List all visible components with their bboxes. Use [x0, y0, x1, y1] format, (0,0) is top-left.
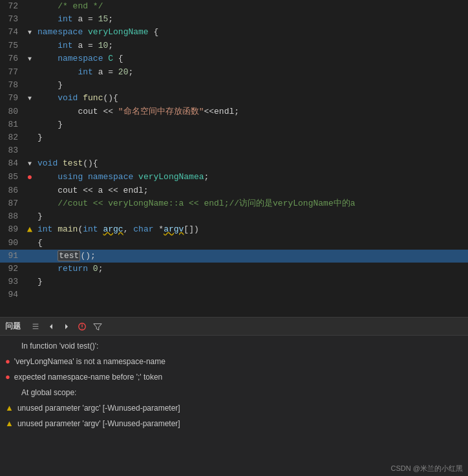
line-number: 93	[0, 276, 25, 288]
collapse-all-icon[interactable]	[30, 321, 41, 332]
line-content: {	[35, 237, 468, 250]
line-number: 81	[0, 118, 25, 131]
line-gutter	[25, 197, 35, 210]
line-content: namespace C {	[35, 52, 468, 66]
line-content: int a = 15;	[35, 13, 468, 26]
fold-icon[interactable]: ▼	[28, 29, 32, 36]
line-gutter	[25, 131, 35, 144]
line-gutter	[25, 39, 35, 52]
line-content: using namespace veryLongNamea;	[35, 171, 468, 184]
fold-icon[interactable]: ▼	[28, 95, 32, 102]
line-row: 83	[0, 144, 468, 157]
line-row: 92 return 0;	[0, 263, 468, 276]
line-number: 86	[0, 184, 25, 197]
line-number: 79	[0, 92, 25, 105]
line-row: 72 /* end */	[0, 0, 468, 13]
line-gutter	[25, 263, 35, 276]
line-number: 77	[0, 66, 25, 79]
code-editor: 72 /* end */73 int a = 15;74▼namespace v…	[0, 0, 468, 317]
line-row: 76▼ namespace C {	[0, 52, 468, 66]
line-content	[35, 288, 468, 301]
line-number: 94	[0, 288, 25, 301]
warning-indicator: ▲	[27, 224, 32, 235]
line-gutter	[25, 79, 35, 92]
line-gutter	[25, 105, 35, 118]
line-gutter	[25, 288, 35, 301]
problem-text: unused parameter 'argc' [-Wunused-parame…	[17, 402, 180, 414]
problems-title: 问题	[5, 321, 21, 332]
problem-text: 'veryLongNamea' is not a namespace-name	[14, 356, 165, 367]
line-content	[35, 144, 468, 157]
line-content: int a = 20;	[35, 66, 468, 79]
problem-item[interactable]: ●'veryLongNamea' is not a namespace-name	[0, 354, 468, 369]
problem-text: At global scope:	[21, 387, 76, 398]
prev-problem-icon[interactable]	[45, 321, 57, 332]
line-content: namespace veryLongName {	[35, 26, 468, 39]
line-number: 84	[0, 157, 25, 171]
line-gutter: ▼	[25, 92, 35, 105]
problem-item[interactable]: At global scope:	[0, 385, 468, 400]
line-row: 89▲int main(int argc, char *argv[])	[0, 223, 468, 237]
line-number: 78	[0, 79, 25, 92]
line-gutter	[25, 276, 35, 288]
line-row: 82}	[0, 131, 468, 144]
problems-list: In function 'void test()':●'veryLongName…	[0, 336, 468, 434]
line-number: 82	[0, 131, 25, 144]
line-content: //cout << veryLongName::a << endl;//访问的是…	[35, 197, 468, 210]
problem-item[interactable]: ●expected namespace-name before ';' toke…	[0, 369, 468, 385]
line-number: 85	[0, 171, 25, 184]
line-number: 75	[0, 39, 25, 52]
line-row: 86 cout << a << endl;	[0, 184, 468, 197]
line-row: 93}	[0, 276, 468, 288]
line-row: 87 //cout << veryLongName::a << endl;//访…	[0, 197, 468, 210]
line-content: }	[35, 79, 468, 92]
line-content: }	[35, 210, 468, 223]
error-indicator: ●	[27, 172, 32, 182]
problem-text: expected namespace-name before ';' token	[14, 371, 162, 383]
line-gutter	[25, 210, 35, 223]
line-row: 79▼ void func(){	[0, 92, 468, 105]
line-row: 91 test();	[0, 250, 468, 263]
problems-toolbar: 问题	[0, 318, 468, 336]
problem-item[interactable]: ▲unused parameter 'argv' [-Wunused-param…	[0, 416, 468, 431]
filter-icon[interactable]	[92, 321, 103, 332]
fold-icon[interactable]: ▼	[28, 160, 32, 168]
line-gutter	[25, 66, 35, 79]
line-number: 74	[0, 26, 25, 39]
line-gutter	[25, 118, 35, 131]
line-row: 81 }	[0, 118, 468, 131]
line-gutter	[25, 0, 35, 13]
line-row: 85● using namespace veryLongNamea;	[0, 171, 468, 184]
line-number: 83	[0, 144, 25, 157]
problem-text: unused parameter 'argv' [-Wunused-parame…	[17, 418, 180, 429]
line-content: }	[35, 131, 468, 144]
line-row: 84▼void test(){	[0, 157, 468, 171]
line-gutter	[25, 184, 35, 197]
line-gutter	[25, 250, 35, 263]
line-number: 76	[0, 52, 25, 66]
error-filter-icon[interactable]	[76, 321, 88, 332]
line-row: 73 int a = 15;	[0, 13, 468, 26]
line-number: 88	[0, 210, 25, 223]
problem-item[interactable]: In function 'void test()':	[0, 338, 468, 354]
problem-item[interactable]: ▲unused parameter 'argc' [-Wunused-param…	[0, 400, 468, 416]
line-content: test();	[35, 250, 468, 263]
line-content: }	[35, 276, 468, 288]
line-row: 88}	[0, 210, 468, 223]
line-content: void func(){	[35, 92, 468, 105]
line-content: int main(int argc, char *argv[])	[35, 223, 468, 237]
next-problem-icon[interactable]	[61, 321, 72, 332]
line-content: /* end */	[35, 0, 468, 13]
line-gutter	[25, 144, 35, 157]
line-number: 91	[0, 250, 25, 263]
fold-icon[interactable]: ▼	[28, 56, 32, 63]
line-content: return 0;	[35, 263, 468, 276]
line-gutter: ▲	[25, 223, 35, 237]
problem-text: In function 'void test()':	[21, 340, 98, 352]
line-gutter: ▼	[25, 26, 35, 39]
line-gutter: ●	[25, 171, 35, 184]
line-number: 90	[0, 237, 25, 250]
line-row: 75 int a = 10;	[0, 39, 468, 52]
line-content: int a = 10;	[35, 39, 468, 52]
line-content: cout << a << endl;	[35, 184, 468, 197]
